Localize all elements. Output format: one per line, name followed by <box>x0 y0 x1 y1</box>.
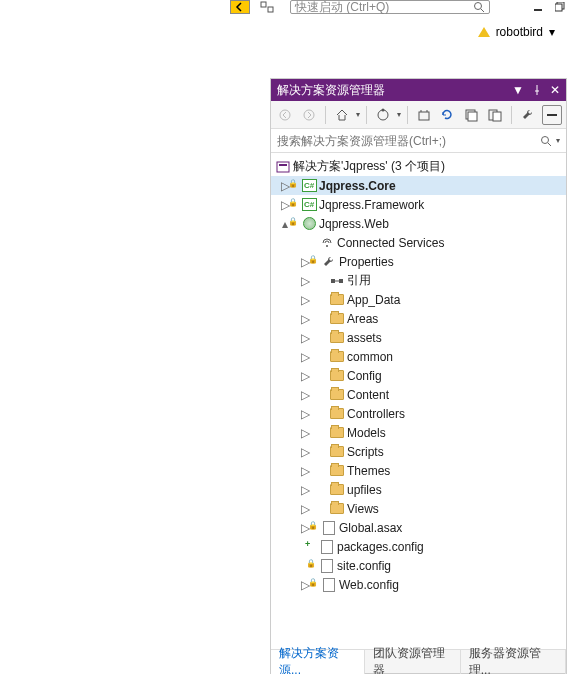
dropdown-icon[interactable]: ▼ <box>512 83 524 97</box>
expander-icon[interactable]: ▷ <box>299 446 311 458</box>
pin-icon[interactable] <box>532 85 542 95</box>
folder-node-controllers[interactable]: ▷Controllers <box>271 404 566 423</box>
preview-button[interactable] <box>542 105 562 125</box>
folder-node-scripts[interactable]: ▷Scripts <box>271 442 566 461</box>
minimize-button[interactable] <box>533 2 543 12</box>
tab-solution-explorer[interactable]: 解决方案资源... <box>271 650 365 674</box>
properties-button[interactable] <box>518 105 538 125</box>
folder-node-content[interactable]: ▷Content <box>271 385 566 404</box>
connected-services-node[interactable]: Connected Services <box>271 233 566 252</box>
sync-button[interactable] <box>373 105 393 125</box>
tab-label: 解决方案资源... <box>279 645 356 675</box>
pending-button[interactable] <box>414 105 434 125</box>
expander-icon[interactable]: ▷ <box>299 389 311 401</box>
tree-label: Connected Services <box>337 236 444 250</box>
svg-rect-23 <box>339 279 343 283</box>
svg-point-7 <box>280 110 290 120</box>
solution-node[interactable]: 解决方案'Jqpress' (3 个项目) <box>271 157 566 176</box>
extensions-icon <box>260 1 274 13</box>
expander-icon[interactable]: ▷ <box>299 351 311 363</box>
folder-node-themes[interactable]: ▷Themes <box>271 461 566 480</box>
connected-services-icon <box>319 235 335 251</box>
forward-button[interactable] <box>299 105 319 125</box>
references-node[interactable]: ▷ 引用 <box>271 271 566 290</box>
sync-icon <box>376 108 390 122</box>
quick-launch-box[interactable]: 快速启动 (Ctrl+Q) <box>290 0 490 14</box>
svg-rect-6 <box>555 4 562 11</box>
folder-icon <box>329 406 345 422</box>
tree-label: Properties <box>339 255 394 269</box>
close-icon[interactable]: ✕ <box>550 83 560 97</box>
svg-rect-22 <box>331 279 335 283</box>
chevron-down-icon[interactable]: ▾ <box>397 110 401 119</box>
search-input[interactable] <box>277 134 540 148</box>
file-node-global-asax[interactable]: ▷ 🔒 Global.asax <box>271 518 566 537</box>
folder-node-areas[interactable]: ▷Areas <box>271 309 566 328</box>
svg-line-3 <box>481 9 484 12</box>
yellow-button[interactable] <box>230 0 250 14</box>
expander-icon[interactable]: ▷ <box>299 275 311 287</box>
project-node-web[interactable]: ▴ 🔒 Jqpress.Web <box>271 214 566 233</box>
expander-icon[interactable]: ▷ <box>299 408 311 420</box>
forward-icon <box>303 109 315 121</box>
file-node-site-config[interactable]: 🔒 site.config <box>271 556 566 575</box>
home-button[interactable] <box>332 105 352 125</box>
expander-icon[interactable]: ▷ <box>299 370 311 382</box>
file-node-web-config[interactable]: ▷ 🔒 Web.config <box>271 575 566 594</box>
tree-label: Global.asax <box>339 521 402 535</box>
folder-node-models[interactable]: ▷Models <box>271 423 566 442</box>
tab-server-explorer[interactable]: 服务器资源管理... <box>461 650 566 674</box>
svg-point-17 <box>542 136 549 143</box>
expander-icon[interactable]: ▷ <box>299 313 311 325</box>
svg-point-21 <box>326 245 328 247</box>
tree-label: Jqpress.Web <box>319 217 389 231</box>
collapse-icon <box>464 108 478 122</box>
tab-team-explorer[interactable]: 团队资源管理器 <box>365 650 461 674</box>
panel-titlebar[interactable]: 解决方案资源管理器 ▼ ✕ <box>271 79 566 101</box>
folder-icon <box>329 349 345 365</box>
top-bar: 快速启动 (Ctrl+Q) <box>230 0 575 14</box>
svg-point-10 <box>381 108 384 111</box>
properties-node[interactable]: ▷ 🔒 Properties <box>271 252 566 271</box>
svg-rect-1 <box>268 7 273 12</box>
restore-button[interactable] <box>555 2 565 12</box>
expander-icon[interactable]: ▷ <box>299 484 311 496</box>
file-node-packages-config[interactable]: + packages.config <box>271 537 566 556</box>
project-node-core[interactable]: ▷ 🔒 C# Jqpress.Core <box>271 176 566 195</box>
refresh-button[interactable] <box>438 105 458 125</box>
tree-label: Content <box>347 388 389 402</box>
tree-label: Controllers <box>347 407 405 421</box>
extensions-button[interactable] <box>258 0 276 14</box>
collapse-button[interactable] <box>461 105 481 125</box>
svg-rect-19 <box>277 162 289 172</box>
svg-rect-20 <box>279 164 287 166</box>
expander-icon[interactable]: ▷ <box>299 294 311 306</box>
chevron-down-icon[interactable]: ▾ <box>356 110 360 119</box>
expander-icon[interactable]: ▷ <box>299 332 311 344</box>
tree-label: Config <box>347 369 382 383</box>
tree-label: Scripts <box>347 445 384 459</box>
tree-label: Views <box>347 502 379 516</box>
back-button[interactable] <box>275 105 295 125</box>
expander-icon[interactable]: ▷ <box>299 503 311 515</box>
chevron-down-icon[interactable]: ▾ <box>556 136 560 145</box>
search-icon <box>473 1 485 13</box>
folder-node-views[interactable]: ▷Views <box>271 499 566 518</box>
project-node-framework[interactable]: ▷ 🔒 C# Jqpress.Framework <box>271 195 566 214</box>
expander-icon[interactable]: ▷ <box>299 427 311 439</box>
svg-point-8 <box>304 110 314 120</box>
expander-icon[interactable]: ▷ <box>299 465 311 477</box>
warning-icon <box>478 27 490 37</box>
folder-icon <box>329 387 345 403</box>
svg-point-2 <box>475 3 482 10</box>
folder-node-upfiles[interactable]: ▷upfiles <box>271 480 566 499</box>
folder-node-config[interactable]: ▷Config <box>271 366 566 385</box>
folder-icon <box>329 482 345 498</box>
show-all-button[interactable] <box>485 105 505 125</box>
panel-title-label: 解决方案资源管理器 <box>277 82 385 99</box>
folder-node-common[interactable]: ▷common <box>271 347 566 366</box>
folder-node-assets[interactable]: ▷assets <box>271 328 566 347</box>
user-account[interactable]: robotbird ▾ <box>478 25 555 39</box>
separator <box>511 106 512 124</box>
folder-node-app-data[interactable]: ▷App_Data <box>271 290 566 309</box>
